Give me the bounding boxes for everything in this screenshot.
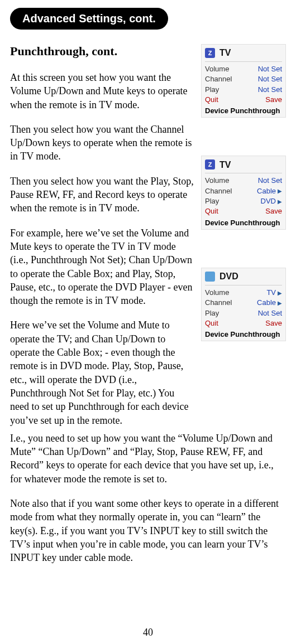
play-row: Play Not Set bbox=[205, 85, 282, 95]
page-number: 40 bbox=[0, 627, 296, 638]
paragraph-4: For example, here we’ve set the Volume a… bbox=[10, 226, 194, 308]
chevron-right-icon: ▶ bbox=[278, 198, 282, 205]
play-label: Play bbox=[205, 197, 219, 205]
screenshot-tv-cable-dvd: Z TV Volume Not Set Channel Cable▶ Play … bbox=[201, 156, 286, 229]
channel-row: Channel Cable▶ bbox=[205, 298, 282, 308]
quit-label: Quit bbox=[205, 207, 218, 215]
quit-save-row: Quit Save bbox=[205, 206, 282, 216]
dvd-icon bbox=[205, 272, 215, 282]
save-label: Save bbox=[265, 319, 282, 327]
tv-icon: Z bbox=[205, 48, 215, 58]
play-value-text: DVD bbox=[261, 197, 276, 205]
quit-label: Quit bbox=[205, 96, 218, 104]
screenshot-tv-notset: Z TV Volume Not Set Channel Not Set Play… bbox=[201, 44, 286, 118]
device-header-row: DVD bbox=[205, 272, 282, 285]
channel-value-text: Cable bbox=[257, 299, 276, 307]
play-value: Not Set bbox=[258, 309, 282, 317]
paragraph-1: At this screen you set how you want the … bbox=[10, 71, 194, 112]
volume-value: TV▶ bbox=[266, 289, 282, 297]
channel-row: Channel Not Set bbox=[205, 74, 282, 84]
channel-value: Cable▶ bbox=[257, 187, 282, 195]
footer-label: Device Punchthrough bbox=[205, 217, 282, 227]
device-header-row: Z TV bbox=[205, 159, 282, 173]
volume-value-text: TV bbox=[266, 289, 276, 297]
channel-row: Channel Cable▶ bbox=[205, 186, 282, 196]
play-row: Play Not Set bbox=[205, 308, 282, 318]
play-label: Play bbox=[205, 309, 219, 317]
channel-value: Not Set bbox=[258, 75, 282, 83]
chevron-right-icon: ▶ bbox=[278, 188, 282, 194]
footer-label: Device Punchthrough bbox=[205, 328, 282, 338]
volume-row: Volume Not Set bbox=[205, 176, 282, 186]
play-value: DVD▶ bbox=[261, 197, 282, 205]
quit-label: Quit bbox=[205, 319, 218, 327]
quit-save-row: Quit Save bbox=[205, 318, 282, 328]
paragraph-5: Here we’ve set the Volume and Mute to op… bbox=[10, 318, 194, 427]
save-label: Save bbox=[265, 207, 282, 215]
paragraph-6: I.e., you need to set up how you want th… bbox=[10, 432, 286, 486]
channel-label: Channel bbox=[205, 299, 232, 307]
spacer bbox=[201, 239, 286, 259]
paragraph-3: Then you select how you want the Play, S… bbox=[10, 175, 194, 215]
device-name: TV bbox=[219, 160, 231, 170]
paragraph-7: Note also that if you want some other ke… bbox=[10, 497, 286, 564]
volume-row: Volume TV▶ bbox=[205, 288, 282, 298]
volume-value: Not Set bbox=[258, 177, 282, 185]
left-column: Punchthrough, cont. At this screen you s… bbox=[10, 44, 194, 427]
device-name: TV bbox=[219, 48, 231, 58]
volume-label: Volume bbox=[205, 289, 229, 297]
screenshot-dvd: DVD Volume TV▶ Channel Cable▶ Play Not S… bbox=[201, 268, 286, 341]
play-value: Not Set bbox=[258, 86, 282, 94]
footer-label: Device Punchthrough bbox=[205, 105, 282, 115]
chevron-right-icon: ▶ bbox=[278, 300, 282, 306]
play-label: Play bbox=[205, 86, 219, 94]
volume-label: Volume bbox=[205, 177, 229, 185]
volume-value: Not Set bbox=[258, 65, 282, 73]
two-column-layout: Punchthrough, cont. At this screen you s… bbox=[10, 44, 286, 427]
channel-label: Channel bbox=[205, 187, 232, 195]
volume-row: Volume Not Set bbox=[205, 64, 282, 74]
channel-label: Channel bbox=[205, 75, 232, 83]
section-header-pill: Advanced Settings, cont. bbox=[10, 8, 168, 30]
quit-save-row: Quit Save bbox=[205, 95, 282, 105]
play-row: Play DVD▶ bbox=[205, 196, 282, 206]
subsection-heading: Punchthrough, cont. bbox=[10, 44, 194, 59]
device-name: DVD bbox=[219, 272, 238, 282]
spacer bbox=[201, 127, 286, 147]
save-label: Save bbox=[265, 96, 282, 104]
right-column: Z TV Volume Not Set Channel Not Set Play… bbox=[201, 44, 286, 427]
device-header-row: Z TV bbox=[205, 48, 282, 62]
channel-value: Cable▶ bbox=[257, 299, 282, 307]
chevron-right-icon: ▶ bbox=[278, 290, 282, 296]
tv-icon: Z bbox=[205, 159, 215, 170]
paragraph-2: Then you select how you want the Channel… bbox=[10, 123, 194, 163]
volume-label: Volume bbox=[205, 65, 229, 73]
channel-value-text: Cable bbox=[257, 187, 276, 195]
